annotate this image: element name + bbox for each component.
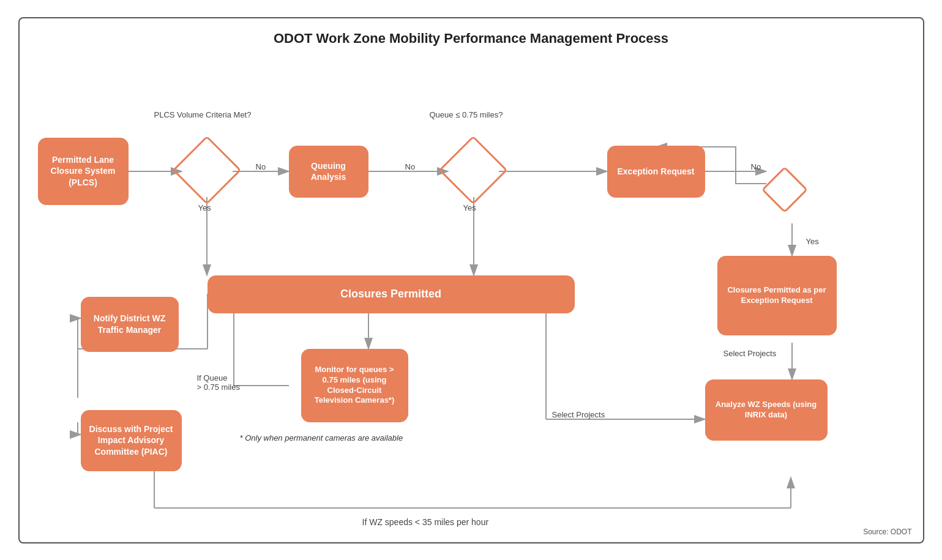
if-queue-label: If Queue> 0.75 miles	[197, 373, 240, 392]
closures-exception-box: Closures Permitted as per Exception Requ…	[717, 256, 837, 335]
queuing-box: Queuing Analysis	[289, 146, 368, 198]
notify-box: Notify District WZ Traffic Manager	[81, 297, 179, 352]
analyze-box: Analyze WZ Speeds (using INRIX data)	[705, 379, 828, 441]
closures-permitted-box: Closures Permitted	[207, 275, 575, 313]
label-yes-3: Yes	[806, 237, 819, 246]
monitor-box: Monitor for queues > 0.75 miles (using C…	[301, 349, 408, 422]
diamond-queue	[448, 145, 499, 196]
label-no-3: No	[751, 162, 761, 171]
plcs-box: Permitted Lane Closure System (PLCS)	[38, 138, 129, 205]
if-wz-label: If WZ speeds < 35 miles per hour	[362, 517, 489, 527]
footnote: * Only when permanent cameras are availa…	[240, 433, 403, 442]
diamond-exception-shape	[761, 166, 807, 212]
diagram-container: ODOT Work Zone Mobility Performance Mana…	[18, 17, 924, 543]
label-no-2: No	[405, 162, 416, 171]
label-yes-1: Yes	[198, 203, 211, 212]
label-no-1: No	[256, 162, 266, 171]
piac-box: Discuss with Project Impact Advisory Com…	[81, 410, 182, 471]
label-yes-2: Yes	[463, 203, 476, 212]
queue-criteria-label: Queue ≤ 0.75 miles?	[430, 110, 503, 119]
plcs-criteria-label: PLCS Volume Criteria Met?	[154, 110, 252, 119]
diamond-plcs-shape	[172, 135, 241, 204]
select-projects-2: Select Projects	[552, 410, 605, 419]
source-label: Source: ODOT	[863, 528, 911, 536]
diagram-title: ODOT Work Zone Mobility Performance Mana…	[26, 31, 917, 47]
diamond-exception	[766, 171, 803, 208]
exception-box: Exception Request	[607, 146, 705, 198]
diamond-queue-shape	[438, 135, 507, 204]
diamond-plcs	[182, 145, 233, 196]
select-projects-1: Select Projects	[723, 349, 777, 358]
